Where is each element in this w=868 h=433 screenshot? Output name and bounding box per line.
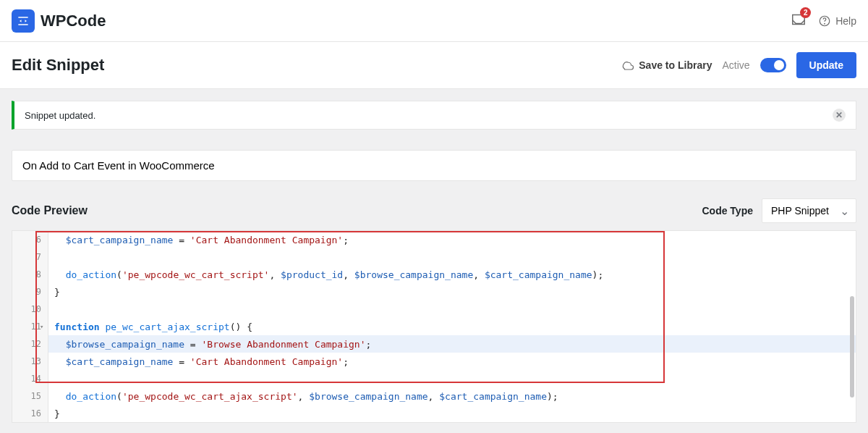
notifications-button[interactable]: 2 — [791, 12, 807, 30]
svg-point-1 — [825, 23, 825, 24]
code-line: 10 — [12, 300, 856, 318]
active-toggle[interactable] — [760, 58, 786, 72]
code-preview-label: Code Preview — [12, 204, 88, 217]
snippet-title-input[interactable] — [12, 150, 856, 181]
code-line: 8 do_action('pe_wpcode_wc_cart_script', … — [12, 266, 856, 283]
code-line: 15 do_action('pe_wpcode_wc_cart_ajax_scr… — [12, 387, 856, 405]
code-type-wrap: Code Type PHP Snippet ⌄ — [702, 198, 856, 223]
help-button[interactable]: Help — [818, 14, 856, 28]
brand-logo-icon — [12, 9, 35, 33]
help-label: Help — [835, 15, 856, 27]
code-line: ▾ 11 function pe_wc_cart_ajax_script() { — [12, 318, 856, 335]
header-bar: Edit Snippet Save to Library Active Upda… — [0, 42, 868, 89]
close-icon[interactable]: ✕ — [833, 109, 846, 122]
fold-icon[interactable]: ▾ — [40, 323, 47, 330]
header-actions: Save to Library Active Update — [621, 52, 856, 78]
topbar-right: 2 Help — [791, 12, 856, 30]
code-editor[interactable]: 6 $cart_campaign_name = 'Cart Abandonmen… — [12, 230, 856, 423]
editor-scrollbar[interactable] — [850, 296, 854, 398]
notice-snippet-updated: Snippet updated. ✕ — [12, 101, 856, 130]
save-to-library-button[interactable]: Save to Library — [621, 59, 712, 72]
code-line: 16 } — [12, 405, 856, 422]
top-bar: WPCode 2 Help — [0, 0, 868, 42]
notifications-badge: 2 — [800, 7, 811, 18]
preview-header-row: Code Preview Code Type PHP Snippet ⌄ — [12, 198, 856, 223]
code-line: 9 } — [12, 283, 856, 300]
code-line: 14 — [12, 370, 856, 387]
page-title: Edit Snippet — [12, 56, 104, 75]
brand-name: WPCode — [41, 12, 106, 30]
active-label: Active — [722, 59, 749, 71]
update-button[interactable]: Update — [796, 52, 856, 78]
code-line: 6 $cart_campaign_name = 'Cart Abandonmen… — [12, 231, 856, 248]
content-area: Snippet updated. ✕ Code Preview Code Typ… — [0, 89, 868, 433]
code-line: 12 $browse_campaign_name = 'Browse Aband… — [12, 335, 856, 353]
code-type-select[interactable]: PHP Snippet — [762, 198, 856, 223]
code-line: 7 — [12, 248, 856, 266]
brand: WPCode — [12, 9, 106, 33]
notice-text: Snippet updated. — [25, 110, 95, 121]
code-line: 13 $cart_campaign_name = 'Cart Abandonme… — [12, 353, 856, 370]
code-type-label: Code Type — [702, 205, 753, 216]
save-to-library-label: Save to Library — [639, 59, 712, 71]
